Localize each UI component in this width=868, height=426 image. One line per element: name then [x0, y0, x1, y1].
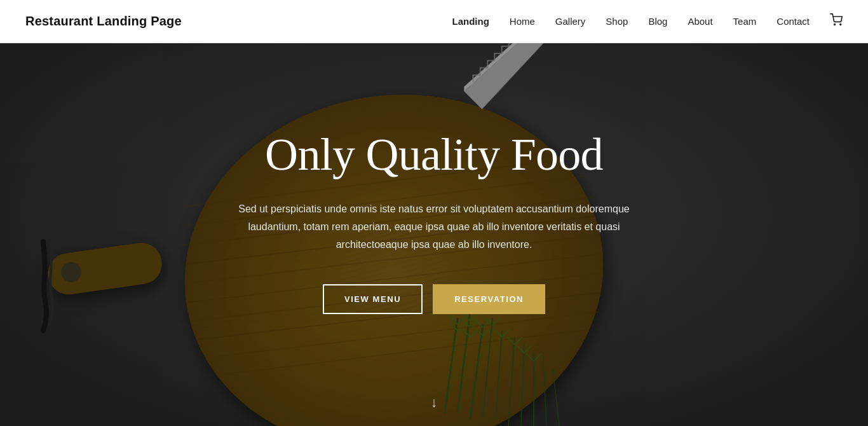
view-menu-button[interactable]: VIEW MENU [323, 284, 423, 314]
nav-item-gallery[interactable]: Gallery [555, 16, 586, 27]
hero-content: Only Quality Food Sed ut perspiciatis un… [224, 86, 644, 340]
nav-item-home[interactable]: Home [510, 16, 535, 27]
nav-item-shop[interactable]: Shop [606, 16, 628, 27]
site-header: Restaurant Landing Page Landing Home Gal… [0, 0, 868, 43]
hero-section: Only Quality Food Sed ut perspiciatis un… [0, 0, 868, 426]
hero-subtitle: Sed ut perspiciatis unde omnis iste natu… [224, 200, 644, 254]
main-nav: Landing Home Gallery Shop Blog About Tea… [452, 13, 843, 29]
cart-icon[interactable] [830, 13, 843, 29]
nav-item-landing[interactable]: Landing [452, 16, 489, 27]
hero-title: Only Quality Food [224, 130, 644, 180]
site-title: Restaurant Landing Page [25, 14, 182, 29]
reservation-button[interactable]: RESERVATION [433, 284, 545, 314]
nav-item-blog[interactable]: Blog [648, 16, 667, 27]
nav-item-team[interactable]: Team [733, 16, 757, 27]
svg-point-1 [840, 24, 841, 25]
nav-item-contact[interactable]: Contact [776, 16, 810, 27]
hero-buttons: VIEW MENU RESERVATION [224, 284, 644, 314]
svg-point-0 [834, 24, 836, 25]
scroll-down-icon[interactable]: ↓ [431, 394, 438, 411]
nav-item-about[interactable]: About [688, 16, 712, 27]
